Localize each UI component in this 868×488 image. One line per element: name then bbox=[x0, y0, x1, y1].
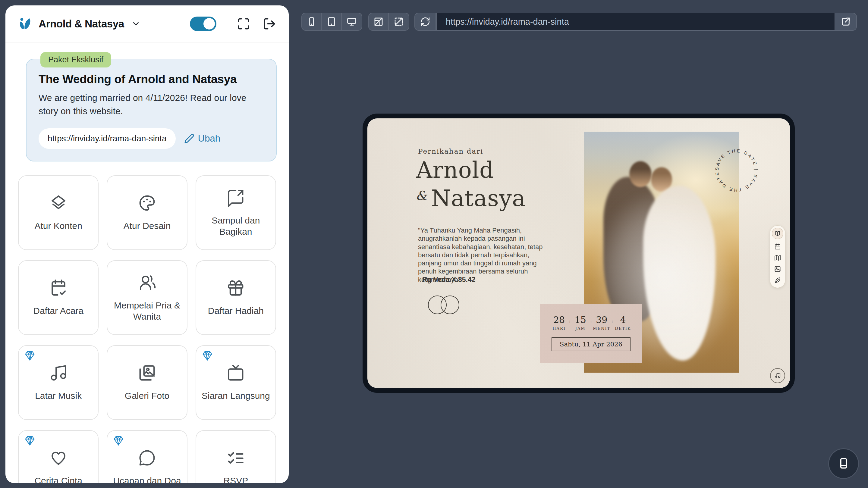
image-icon[interactable] bbox=[774, 265, 781, 272]
menu-card-label: Daftar Hadiah bbox=[208, 305, 264, 317]
heart-icon bbox=[49, 449, 68, 467]
external-link-icon bbox=[840, 16, 851, 27]
menu-card-label: Atur Desain bbox=[124, 220, 171, 232]
menu-card-label: Daftar Acara bbox=[33, 305, 84, 317]
music-toggle-button[interactable] bbox=[770, 368, 785, 383]
music-icon bbox=[49, 364, 68, 382]
countdown-colon: : bbox=[590, 318, 592, 331]
menu-card-atur-konten[interactable]: Atur Konten bbox=[18, 175, 98, 250]
countdown-hours-unit: JAM bbox=[571, 326, 590, 331]
chevron-down-icon[interactable] bbox=[131, 19, 141, 28]
countdown-seconds-unit: DETIK bbox=[613, 326, 632, 331]
fullscreen-icon[interactable] bbox=[237, 17, 250, 30]
wedding-title: The Wedding of Arnold and Natasya bbox=[38, 73, 264, 86]
url-bar-group: https://inviday.id/rama-dan-sinta bbox=[414, 13, 857, 31]
premium-gem-icon bbox=[24, 435, 36, 447]
map-icon[interactable] bbox=[774, 254, 781, 261]
pencil-icon bbox=[184, 133, 194, 144]
menu-card-label: Ucapan dan Doa bbox=[113, 475, 181, 483]
menu-card-label: RSVP bbox=[223, 475, 248, 483]
photo-groom-head bbox=[629, 161, 652, 187]
menu-card-sampul-dan-bagikan[interactable]: Sampul dan Bagikan bbox=[195, 175, 276, 250]
countdown-minutes-value: 39 bbox=[592, 315, 611, 325]
book-cover-icon bbox=[837, 457, 850, 470]
menu-card-label: Atur Konten bbox=[34, 220, 82, 232]
wedding-description: We are getting married on 4/11/2026! Rea… bbox=[38, 91, 264, 118]
sidebar-panel: Arnold & Natasya Paket Eksklusif The Wed… bbox=[5, 5, 289, 483]
menu-card-rsvp[interactable]: RSVP bbox=[195, 430, 276, 483]
device-smartphone-button[interactable] bbox=[302, 13, 322, 30]
layers-icon bbox=[49, 194, 68, 213]
premium-gem-icon bbox=[113, 435, 124, 447]
menu-card-siaran-langsung[interactable]: Siaran Langsung bbox=[195, 345, 276, 420]
package-badge: Paket Eksklusif bbox=[40, 52, 111, 67]
menu-card-latar-musik[interactable]: Latar Musik bbox=[18, 345, 98, 420]
couple-icon bbox=[138, 273, 156, 292]
menu-card-label: Latar Musik bbox=[35, 390, 82, 401]
url-row: https://inviday.id/rama-dan-sinta Ubah bbox=[38, 128, 264, 149]
frame-off-button[interactable] bbox=[369, 13, 389, 30]
countdown-minutes: 39 MENIT bbox=[592, 315, 611, 331]
wedding-rings-icon bbox=[428, 295, 461, 315]
countdown-days: 28 HARI bbox=[550, 315, 569, 331]
book-open-icon bbox=[774, 230, 781, 237]
toggle-knob bbox=[204, 18, 215, 30]
invitation-section-nav bbox=[770, 225, 785, 288]
device-tablet-button[interactable] bbox=[322, 13, 342, 30]
menu-card-atur-desain[interactable]: Atur Desain bbox=[107, 175, 187, 250]
preview-toggle[interactable] bbox=[190, 17, 216, 31]
menu-card-cerita-cinta[interactable]: Cerita Cinta bbox=[18, 430, 98, 483]
menu-card-mempelai[interactable]: Mempelai Pria & Wanita bbox=[107, 260, 187, 335]
chat-icon bbox=[138, 449, 156, 467]
countdown-colon: : bbox=[612, 318, 613, 331]
menu-card-daftar-acara[interactable]: Daftar Acara bbox=[18, 260, 98, 335]
gift-icon bbox=[226, 279, 245, 297]
edit-url-label: Ubah bbox=[198, 133, 220, 144]
device-desktop-button[interactable] bbox=[342, 13, 362, 30]
guides-off-button[interactable] bbox=[389, 13, 409, 30]
edit-url-button[interactable]: Ubah bbox=[184, 133, 220, 144]
countdown-seconds: 4 DETIK bbox=[613, 315, 632, 331]
view-toggle-group bbox=[368, 13, 409, 31]
countdown-minutes-unit: MENIT bbox=[592, 326, 611, 331]
groom-name: Arnold bbox=[416, 157, 494, 183]
workspace-name[interactable]: Arnold & Natasya bbox=[38, 18, 124, 30]
feather-icon[interactable] bbox=[774, 276, 781, 284]
cover-fab-button[interactable] bbox=[828, 448, 859, 479]
bride-name-row: & Natasya bbox=[415, 185, 526, 211]
save-the-date-circle: SAVE THE DATE | SAVE THE DATE | bbox=[711, 145, 762, 196]
open-external-button[interactable] bbox=[835, 13, 856, 30]
svg-text:SAVE THE DATE | SAVE THE DATE: SAVE THE DATE | SAVE THE DATE | bbox=[711, 145, 759, 193]
calendar-icon[interactable] bbox=[774, 243, 781, 250]
url-input[interactable]: https://inviday.id/rama-dan-sinta bbox=[436, 13, 835, 30]
menu-card-daftar-hadiah[interactable]: Daftar Hadiah bbox=[195, 260, 276, 335]
premium-gem-icon bbox=[202, 350, 213, 361]
countdown-colon: : bbox=[569, 318, 570, 331]
desktop-icon bbox=[347, 17, 357, 27]
countdown-panel: 28 HARI : 15 JAM : 39 MENIT : 4 DETIK bbox=[540, 304, 642, 363]
refresh-button[interactable] bbox=[415, 13, 436, 30]
menu-card-label: Siaran Langsung bbox=[202, 390, 270, 401]
countdown-hours-value: 15 bbox=[571, 315, 590, 325]
invitation-intro: Pernikahan dari bbox=[418, 147, 483, 155]
menu-card-ucapan-dan-doa[interactable]: Ucapan dan Doa bbox=[107, 430, 187, 483]
package-card: Paket Eksklusif The Wedding of Arnold an… bbox=[26, 59, 277, 161]
menu-card-galeri-foto[interactable]: Galeri Foto bbox=[107, 345, 187, 420]
countdown-hours: 15 JAM bbox=[571, 315, 590, 331]
wedding-date-button[interactable]: Sabtu, 11 Apr 2026 bbox=[552, 337, 630, 351]
checklist-icon bbox=[226, 449, 245, 467]
sidebar-header: Arnold & Natasya bbox=[5, 5, 289, 42]
logout-icon[interactable] bbox=[263, 17, 276, 30]
invitation-quote: "Ya Tuhanku Yang Maha Pengasih, anugrahk… bbox=[418, 226, 552, 284]
countdown-row: 28 HARI : 15 JAM : 39 MENIT : 4 DETIK bbox=[548, 315, 634, 331]
palette-icon bbox=[138, 194, 156, 213]
menu-grid: Atur Konten Atur Desain Sampul dan Bagik… bbox=[5, 175, 289, 483]
calendar-check-icon bbox=[49, 279, 68, 297]
smartphone-icon bbox=[307, 17, 317, 27]
ampersand: & bbox=[415, 188, 427, 203]
save-the-date-text: SAVE THE DATE | SAVE THE DATE | bbox=[711, 145, 759, 193]
nav-book-open-button[interactable] bbox=[772, 228, 783, 239]
countdown-days-unit: HARI bbox=[550, 326, 569, 331]
frame-off-icon bbox=[373, 17, 384, 27]
menu-card-label: Mempelai Pria & Wanita bbox=[112, 300, 182, 322]
